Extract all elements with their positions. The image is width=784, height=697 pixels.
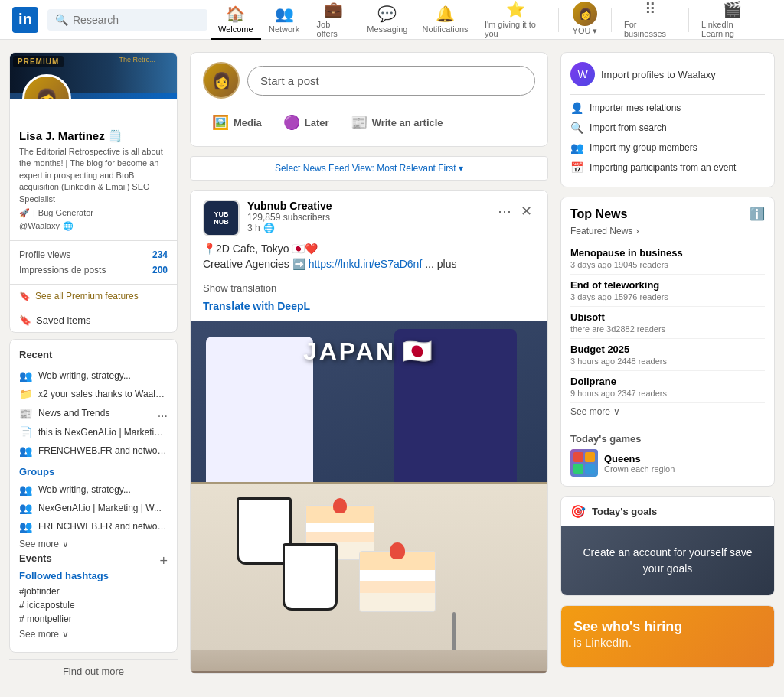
groups-see-more[interactable]: See more ∨: [19, 536, 168, 552]
waalaxy-logo: W: [570, 62, 595, 86]
events-add-button[interactable]: +: [159, 553, 168, 569]
nav-items: 🏠 Welcome 👥 Network 💼 Job offers 💬 Messa…: [211, 0, 772, 40]
nav-item-messaging[interactable]: 💬 Messaging: [360, 0, 416, 40]
news-item-3[interactable]: Budget 2025 3 hours ago 2448 readers: [570, 339, 765, 371]
group-item-2[interactable]: 👥 FRENCHWEB.FR and network ...: [19, 517, 168, 536]
linkedin-logo: in: [12, 7, 38, 33]
start-post-input[interactable]: Start a post: [247, 66, 535, 96]
hiring-sub: is LinkedIn.: [573, 636, 682, 649]
group-item-0[interactable]: 👥 Web writing, strategy...: [19, 480, 168, 499]
groups-title[interactable]: Groups: [19, 466, 168, 477]
recent-item-0[interactable]: 👥 Web writing, strategy...: [19, 366, 168, 385]
post-author-name[interactable]: Yubnub Creative: [247, 200, 487, 212]
post-meta: Yubnub Creative 129,859 subscribers 3 h …: [247, 200, 487, 233]
waalaxy-item-1[interactable]: 🔍 Import from search: [570, 118, 765, 138]
featured-chevron-icon: ›: [635, 226, 639, 236]
see-more-news-button[interactable]: See more ∨: [570, 403, 765, 420]
recent-icon-1: 📁: [19, 388, 32, 400]
nav-item-you[interactable]: 👩 YOU ▾: [562, 0, 608, 40]
group-icon-2: 👥: [19, 520, 32, 533]
chevron-down-icon: ∨: [62, 539, 69, 549]
search-bar[interactable]: 🔍: [47, 9, 207, 31]
hashtag-item-1[interactable]: # icicapostule: [19, 598, 168, 612]
profile-stats: Profile views 234 Impressions de posts 2…: [10, 240, 177, 284]
nav-item-job-offers[interactable]: 💼 Job offers: [308, 0, 360, 40]
article-icon: 📰: [351, 114, 368, 131]
media-action[interactable]: 🖼️ Media: [203, 108, 271, 137]
nav-item-network[interactable]: 👥 Network: [261, 0, 308, 40]
news-feed-bar[interactable]: Select News Feed View: Most Relevant Fir…: [190, 156, 548, 181]
recent-item-3[interactable]: 📄 this is NexGenAI.io | Marketing I W...: [19, 423, 168, 441]
events-header: Events +: [19, 552, 168, 570]
star-icon: ⭐: [506, 0, 525, 18]
game-name: Queens: [604, 453, 675, 464]
hashtag-item-0[interactable]: #jobfinder: [19, 585, 168, 598]
recent-item-4[interactable]: 👥 FRENCHWEB.FR and network ...: [19, 441, 168, 460]
right-cake: [359, 551, 436, 612]
nav-item-linkedin-learning[interactable]: 🎬 LinkedIn Learning: [692, 0, 772, 40]
featured-news-label: Featured News ›: [570, 226, 765, 236]
recent-item-1[interactable]: 📁 x2 your sales thanks to Waala...: [19, 385, 168, 403]
waalaxy-item-0[interactable]: 👤 Importer mes relations: [570, 98, 765, 118]
post-author-avatar: YUBNUB: [203, 200, 240, 236]
recent-title: Recent: [19, 349, 168, 360]
news-item-0[interactable]: Menopause in business 3 days ago 19045 r…: [570, 243, 765, 275]
saved-items-link[interactable]: 🔖 Saved items: [10, 308, 177, 332]
search-icon-2: 🔍: [570, 122, 583, 134]
hashtags-title[interactable]: Followed hashtags: [19, 570, 168, 581]
write-article-action[interactable]: 📰 Write an article: [341, 108, 452, 137]
impressions-stat[interactable]: Impressions de posts 200: [19, 262, 168, 278]
post-menu-button[interactable]: ⋯: [495, 200, 514, 223]
news-item-1[interactable]: End of teleworking 3 days ago 15976 read…: [570, 275, 765, 307]
premium-features-link[interactable]: 🔖 See all Premium features: [10, 284, 177, 308]
group-item-1[interactable]: 👥 NexGenAI.io | Marketing | W...: [19, 499, 168, 517]
goals-body[interactable]: Create an account for yourself save your…: [561, 526, 774, 595]
translate-button[interactable]: Translate with DeepL: [191, 297, 547, 321]
goals-title: Today's goals: [592, 506, 657, 517]
calendar-icon: 📅: [570, 161, 583, 174]
profile-banner: PREMIUM The Retro... 👩: [10, 53, 177, 99]
profile-views-stat[interactable]: Profile views 234: [19, 247, 168, 262]
search-input[interactable]: [73, 14, 200, 26]
post-close-button[interactable]: ✕: [518, 200, 535, 223]
game-desc: Crown each region: [604, 464, 675, 474]
composer-avatar: 👩: [203, 62, 240, 99]
post-image: JAPAN 🇯🇵: [191, 321, 547, 673]
nav-item-for-businesses[interactable]: ⠿ For businesses: [615, 0, 685, 40]
goals-header: 🎯 Today's goals: [561, 497, 774, 526]
game-item[interactable]: Queens Crown each region: [570, 449, 765, 477]
hiring-card[interactable]: See who's hiring is LinkedIn.: [560, 605, 775, 668]
nav-item-notifications[interactable]: 🔔 Notifications: [415, 0, 475, 40]
later-icon: 🟣: [283, 114, 300, 131]
hiring-content: See who's hiring is LinkedIn.: [573, 618, 682, 649]
recent-item-2[interactable]: 📰 News and Trends ...: [19, 403, 168, 423]
news-item-4[interactable]: Doliprane 9 hours ago 2347 readers: [570, 371, 765, 403]
show-translation[interactable]: Show translation: [191, 279, 547, 297]
media-icon: 🖼️: [212, 114, 229, 131]
later-action[interactable]: 🟣 Later: [274, 108, 338, 137]
hashtag-item-2[interactable]: # montpellier: [19, 612, 168, 626]
find-out-more-link[interactable]: Find out more: [9, 659, 178, 683]
right-sidebar: W Import profiles to Waalaxy 👤 Importer …: [560, 52, 775, 683]
waalaxy-item-3[interactable]: 📅 Importing participants from an event: [570, 158, 765, 178]
top-news-header: Top News ℹ️: [570, 207, 765, 221]
hashtags-see-more[interactable]: See more ∨: [19, 626, 168, 643]
post-subscribers: 129,859 subscribers: [247, 212, 487, 223]
bell-icon: 🔔: [436, 5, 455, 23]
nav-divider-2: [611, 8, 612, 32]
news-item-2[interactable]: Ubisoft there are 3d2882 readers: [570, 307, 765, 339]
nav-divider: [558, 8, 559, 32]
top-news-info-icon[interactable]: ℹ️: [750, 207, 765, 221]
waalaxy-item-2[interactable]: 👥 Import my group members: [570, 138, 765, 158]
right-cup: [283, 543, 338, 611]
nav-item-welcome[interactable]: 🏠 Welcome: [211, 0, 261, 40]
post-agencies-link[interactable]: https://lnkd.in/eS7aD6nf: [309, 258, 423, 270]
today-games-title: Today's games: [570, 433, 765, 445]
profile-waalaxy: @Waalaxy 🌐: [19, 221, 168, 231]
nav-item-giving[interactable]: ⭐ I'm giving it to you: [475, 0, 555, 40]
nav-divider-3: [688, 8, 689, 32]
recent-icon-0: 👥: [19, 370, 32, 382]
learning-icon: 🎬: [723, 0, 742, 18]
recent-icon-3: 📄: [19, 426, 32, 438]
recent-section: Recent 👥 Web writing, strategy... 📁 x2 y…: [9, 339, 178, 653]
